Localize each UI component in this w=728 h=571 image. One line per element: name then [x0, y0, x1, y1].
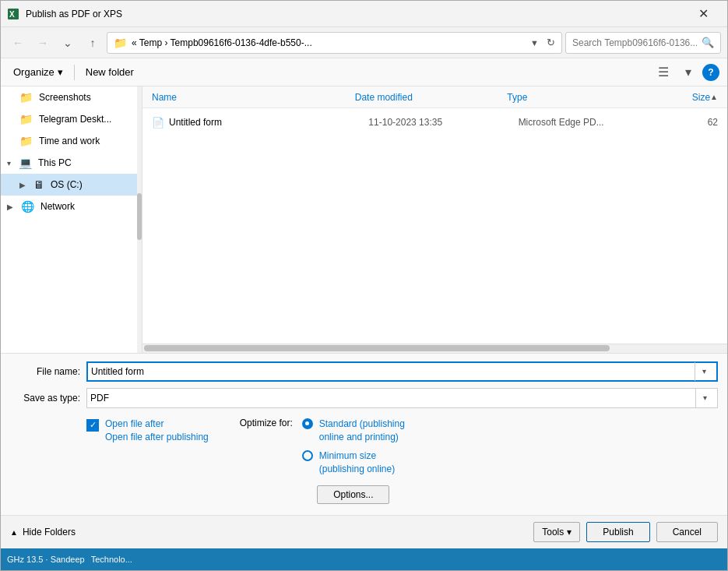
- sidebar-scrollbar[interactable]: [137, 86, 142, 353]
- col-type-header[interactable]: Type: [507, 92, 659, 103]
- sidebar-item-label: Telegram Deskt...: [39, 114, 111, 125]
- sidebar-item-network[interactable]: ▶ 🌐 Network: [1, 196, 142, 217]
- open-after-publish-label: Open file after: [105, 418, 209, 431]
- search-input[interactable]: [572, 37, 697, 48]
- tools-button[interactable]: Tools ▾: [533, 522, 580, 542]
- file-list: 📄 Untitled form 11-10-2023 13:35 Microso…: [142, 108, 727, 344]
- open-after-publish-checkbox[interactable]: ✓: [86, 419, 99, 432]
- scrollbar-thumb: [144, 345, 610, 351]
- save-type-value: PDF: [90, 393, 695, 404]
- minimum-radio-label2: (publishing online): [319, 463, 395, 476]
- this-pc-icon: 💻: [19, 157, 32, 169]
- save-type-select[interactable]: PDF ▾: [86, 388, 718, 408]
- publish-button[interactable]: Publish: [586, 522, 649, 542]
- folder-icon: 📁: [19, 91, 33, 104]
- minimum-label-container: Minimum size (publishing online): [319, 449, 395, 476]
- organize-button[interactable]: Organize ▾: [9, 63, 68, 81]
- folder-icon: 📁: [19, 135, 33, 147]
- taskbar-text1: GHz 13.5 · Sandeep: [7, 555, 85, 564]
- save-type-row: Save as type: PDF ▾: [10, 388, 718, 408]
- file-name-input-text: Untitled form: [91, 366, 695, 377]
- standard-radio-row: Standard (publishing online and printing…: [302, 418, 405, 444]
- up-button[interactable]: ↑: [82, 32, 104, 54]
- scrollbar-track: [144, 345, 726, 351]
- tools-label: Tools: [542, 527, 564, 538]
- col-date-header[interactable]: Date modified: [355, 92, 508, 103]
- file-name-row: File name: Untitled form ▾: [10, 361, 718, 382]
- toolbar: Organize ▾ New folder ☰ ▾ ?: [1, 58, 727, 86]
- sidebar-item-telegram[interactable]: 📁 Telegram Deskt...: [1, 108, 142, 130]
- taskbar-text2: Technolo...: [91, 555, 132, 564]
- pdf-file-icon: 📄: [152, 117, 164, 129]
- refresh-icon[interactable]: ↻: [547, 37, 555, 48]
- address-bar[interactable]: 📁 « Temp › Tempb09616f6-0136-4dfe-b550-.…: [107, 32, 562, 54]
- organize-label: Organize: [13, 66, 55, 78]
- view-options-button[interactable]: ☰: [652, 62, 674, 83]
- title-bar-left: X Publish as PDF or XPS: [7, 8, 122, 20]
- column-headers: Name Date modified Type Size ▲: [142, 86, 727, 108]
- file-name-input[interactable]: Untitled form ▾: [86, 361, 718, 382]
- save-type-dropdown-icon[interactable]: ▾: [695, 389, 714, 407]
- minimum-radio-label: Minimum size: [319, 449, 395, 463]
- sidebar-item-label: Screenshots: [39, 92, 91, 103]
- sidebar-item-screenshots[interactable]: 📁 Screenshots: [1, 86, 142, 108]
- sidebar-item-label: This PC: [38, 157, 72, 168]
- main-area: 📁 Screenshots 📁 Telegram Deskt... 📁 Time…: [1, 86, 727, 353]
- sidebar-item-label: Network: [40, 201, 75, 212]
- taskbar: GHz 13.5 · Sandeep Technolo...: [1, 548, 727, 570]
- sidebar-item-os-c[interactable]: ▶ 🖥 OS (C:): [1, 174, 142, 196]
- sidebar-scrollbar-thumb: [137, 193, 142, 240]
- horizontal-scrollbar[interactable]: [142, 344, 727, 353]
- address-path: « Temp › Tempb09616f6-0136-4dfe-b550-...: [132, 37, 526, 48]
- back-button[interactable]: ←: [7, 32, 29, 54]
- sidebar-item-label: Time and work: [39, 136, 100, 146]
- dialog-title: Publish as PDF or XPS: [26, 9, 122, 19]
- col-size-header[interactable]: Size: [659, 92, 710, 103]
- toolbar-separator: [74, 65, 75, 80]
- tools-arrow-icon: ▾: [567, 527, 571, 538]
- optimize-group: Optimize for: Standard (publishing onlin…: [240, 418, 405, 504]
- forward-button[interactable]: →: [32, 32, 54, 54]
- svg-text:X: X: [9, 10, 15, 19]
- sidebar: 📁 Screenshots 📁 Telegram Deskt... 📁 Time…: [1, 86, 142, 353]
- scroll-up-icon[interactable]: ▲: [710, 93, 718, 101]
- checkbox-check-icon: ✓: [90, 420, 97, 430]
- sidebar-item-time-work[interactable]: 📁 Time and work: [1, 130, 142, 152]
- search-bar[interactable]: 🔍: [565, 32, 721, 54]
- minimum-radio[interactable]: [302, 450, 313, 461]
- excel-icon: X: [7, 8, 19, 20]
- recent-button[interactable]: ⌄: [57, 32, 79, 54]
- title-bar: X Publish as PDF or XPS ✕: [1, 1, 727, 27]
- new-folder-button[interactable]: New folder: [81, 63, 139, 81]
- close-button[interactable]: ✕: [685, 1, 721, 27]
- footer: ▲ Hide Folders Tools ▾ Publish Cancel: [1, 515, 727, 548]
- options-button[interactable]: Options...: [317, 485, 389, 504]
- standard-radio[interactable]: [302, 418, 313, 429]
- content-area: Name Date modified Type Size ▲ 📄 Untitle…: [142, 86, 727, 353]
- optimize-for-label: Optimize for:: [240, 418, 293, 428]
- table-row[interactable]: 📄 Untitled form 11-10-2023 13:35 Microso…: [142, 111, 727, 133]
- address-dropdown-icon[interactable]: ▼: [530, 38, 539, 48]
- expand-arrow-icon: ▶: [7, 203, 13, 211]
- network-icon: 🌐: [21, 200, 34, 213]
- standard-radio-label2: online and printing): [319, 431, 405, 444]
- expand-arrow-icon: ▾: [7, 159, 11, 167]
- hide-folders-arrow-icon: ▲: [10, 528, 18, 537]
- checkbox-group: ✓ Open file after Open file after publis…: [86, 418, 209, 444]
- footer-buttons: Tools ▾ Publish Cancel: [533, 522, 718, 542]
- col-name-header[interactable]: Name: [152, 92, 355, 103]
- cancel-button[interactable]: Cancel: [656, 522, 718, 542]
- search-icon: 🔍: [702, 37, 714, 48]
- file-type: Microsoft Edge PD...: [519, 117, 668, 128]
- hide-folders-button[interactable]: ▲ Hide Folders: [10, 527, 76, 538]
- publish-dialog: X Publish as PDF or XPS ✕ ← → ⌄ ↑ 📁 « Te…: [0, 0, 728, 571]
- nav-bar: ← → ⌄ ↑ 📁 « Temp › Tempb09616f6-0136-4df…: [1, 27, 727, 58]
- help-button[interactable]: ?: [702, 64, 719, 81]
- folder-icon: 📁: [19, 113, 33, 125]
- sidebar-item-this-pc[interactable]: ▾ 💻 This PC: [1, 152, 142, 174]
- options-row: ✓ Open file after Open file after publis…: [10, 414, 718, 510]
- view-dropdown-button[interactable]: ▾: [677, 62, 699, 83]
- drive-icon: 🖥: [33, 178, 44, 191]
- file-name-dropdown-icon[interactable]: ▾: [695, 362, 713, 381]
- organize-arrow-icon: ▾: [58, 66, 63, 78]
